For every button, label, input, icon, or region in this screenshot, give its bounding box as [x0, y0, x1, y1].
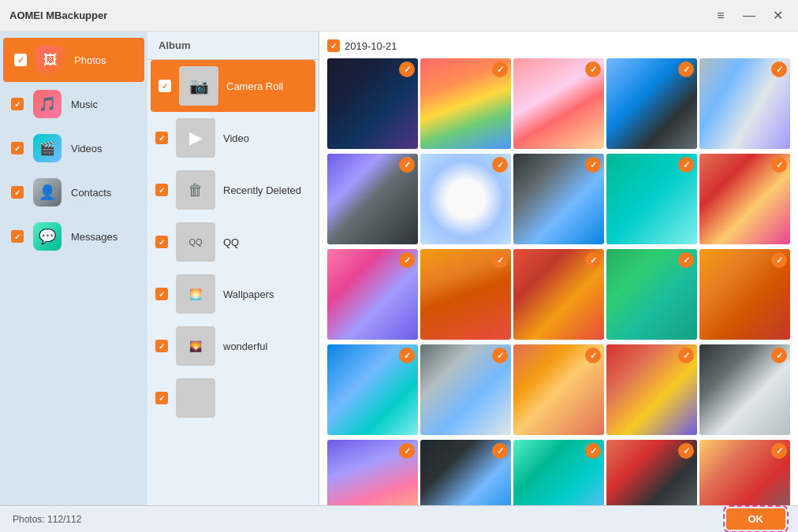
- wonderful-checkbox[interactable]: [155, 340, 168, 352]
- photo-panel: 2019-10-21: [319, 32, 798, 505]
- photo-cell-18[interactable]: [513, 344, 604, 435]
- photo-check-13[interactable]: [585, 252, 601, 268]
- photo-cell-22[interactable]: [420, 440, 511, 505]
- photo-check-2[interactable]: [492, 61, 508, 77]
- photo-check-23[interactable]: [585, 443, 601, 459]
- album-item-wonderful[interactable]: 🌄 wonderful: [147, 320, 319, 372]
- wonderful-thumb: 🌄: [176, 326, 215, 366]
- photo-cell-9[interactable]: [606, 154, 697, 244]
- photo-check-4[interactable]: [678, 61, 694, 77]
- qq-thumb: QQ: [176, 222, 215, 262]
- close-button[interactable]: ✕: [766, 5, 789, 27]
- contacts-checkbox[interactable]: [11, 186, 24, 199]
- photo-grid-row-1: [327, 58, 790, 149]
- photo-cell-13[interactable]: [513, 249, 604, 340]
- photo-cell-25[interactable]: [699, 440, 790, 505]
- contacts-label: Contacts: [71, 187, 111, 199]
- date-select-all-checkbox[interactable]: [327, 39, 340, 52]
- photo-cell-3[interactable]: [513, 58, 604, 149]
- photo-cell-23[interactable]: [513, 440, 604, 505]
- photo-cell-19[interactable]: [606, 344, 697, 435]
- video-checkbox[interactable]: [155, 132, 168, 144]
- photo-check-12[interactable]: [492, 252, 508, 268]
- photo-cell-6[interactable]: [327, 154, 418, 244]
- sidebar-item-music[interactable]: 🎵 Music: [0, 82, 147, 126]
- videos-checkbox[interactable]: [11, 142, 24, 154]
- camera-roll-label: Camera Roll: [226, 80, 283, 92]
- photo-check-18[interactable]: [585, 348, 601, 363]
- photo-cell-21[interactable]: [327, 440, 418, 505]
- main-layout: 🖼 Photos 🎵 Music 🎬 Videos 👤 Contacts 💬 M…: [0, 32, 798, 505]
- photo-cell-2[interactable]: [420, 58, 511, 149]
- album-item-wallpapers[interactable]: 🌅 Wallpapers: [147, 268, 319, 320]
- photo-check-17[interactable]: [492, 348, 508, 363]
- photo-check-9[interactable]: [678, 157, 694, 173]
- photo-check-21[interactable]: [399, 443, 415, 459]
- wallpapers-checkbox[interactable]: [155, 288, 168, 300]
- photo-check-24[interactable]: [678, 443, 694, 459]
- photo-cell-5[interactable]: [699, 58, 790, 149]
- photo-check-3[interactable]: [585, 61, 601, 77]
- photo-check-1[interactable]: [399, 61, 415, 77]
- sidebar-item-videos[interactable]: 🎬 Videos: [0, 126, 147, 170]
- wallpapers-thumb: 🌅: [176, 274, 215, 314]
- menu-button[interactable]: ≡: [710, 5, 732, 27]
- more-thumb: [176, 378, 215, 418]
- photo-cell-4[interactable]: [606, 58, 697, 149]
- photo-check-19[interactable]: [678, 348, 694, 363]
- album-item-qq[interactable]: QQ QQ: [147, 216, 319, 268]
- photo-cell-24[interactable]: [606, 440, 697, 505]
- photo-check-25[interactable]: [771, 443, 787, 459]
- photos-label: Photos: [74, 54, 106, 66]
- photo-cell-17[interactable]: [420, 344, 511, 435]
- photo-cell-20[interactable]: [699, 344, 790, 435]
- album-panel: Album 📷 Camera Roll Video 🗑 Recently Del…: [147, 32, 319, 505]
- album-item-recently-deleted[interactable]: 🗑 Recently Deleted: [147, 164, 319, 216]
- photo-check-5[interactable]: [771, 61, 787, 77]
- photo-check-20[interactable]: [771, 348, 787, 363]
- photo-check-14[interactable]: [678, 252, 694, 268]
- photo-check-16[interactable]: [399, 348, 415, 363]
- album-header: Album: [147, 32, 319, 60]
- photo-cell-11[interactable]: [327, 249, 418, 340]
- photo-check-11[interactable]: [399, 252, 415, 268]
- messages-checkbox[interactable]: [11, 230, 24, 243]
- date-label: 2019-10-21: [345, 40, 397, 52]
- photo-grid-row-4: [327, 344, 790, 435]
- music-checkbox[interactable]: [11, 98, 24, 110]
- photo-check-6[interactable]: [399, 157, 415, 173]
- photo-cell-7[interactable]: [420, 154, 511, 244]
- wonderful-label: wonderful: [223, 340, 267, 352]
- sidebar-item-contacts[interactable]: 👤 Contacts: [0, 170, 147, 214]
- photo-cell-10[interactable]: [699, 154, 790, 244]
- window-controls: ≡ — ✕: [710, 5, 789, 27]
- sidebar-item-messages[interactable]: 💬 Messages: [0, 214, 147, 259]
- recently-deleted-checkbox[interactable]: [155, 184, 168, 196]
- video-label: Video: [223, 132, 249, 144]
- photo-check-22[interactable]: [492, 443, 508, 459]
- album-item-video[interactable]: Video: [147, 112, 319, 164]
- photo-cell-12[interactable]: [420, 249, 511, 340]
- photo-cell-8[interactable]: [513, 154, 604, 244]
- album-item-camera-roll[interactable]: 📷 Camera Roll: [151, 60, 315, 112]
- photo-check-7[interactable]: [492, 157, 508, 173]
- photo-grid-row-5: [327, 440, 790, 505]
- photo-cell-14[interactable]: [606, 249, 697, 340]
- photos-icon: 🖼: [36, 46, 65, 74]
- camera-roll-checkbox[interactable]: [158, 80, 171, 92]
- photo-cell-1[interactable]: [327, 58, 418, 149]
- photo-check-15[interactable]: [771, 252, 787, 268]
- sidebar-item-photos[interactable]: 🖼 Photos: [3, 38, 144, 82]
- videos-label: Videos: [71, 143, 103, 154]
- minimize-button[interactable]: —: [738, 5, 760, 27]
- more-checkbox[interactable]: [155, 392, 168, 404]
- qq-checkbox[interactable]: [155, 236, 168, 248]
- photo-check-10[interactable]: [771, 157, 787, 173]
- photo-grid-row-3: [327, 249, 790, 340]
- photo-check-8[interactable]: [585, 157, 601, 173]
- photos-checkbox[interactable]: [14, 54, 27, 66]
- ok-button[interactable]: OK: [726, 508, 786, 530]
- photo-cell-15[interactable]: [699, 249, 790, 340]
- album-item-more[interactable]: [147, 372, 319, 424]
- photo-cell-16[interactable]: [327, 344, 418, 435]
